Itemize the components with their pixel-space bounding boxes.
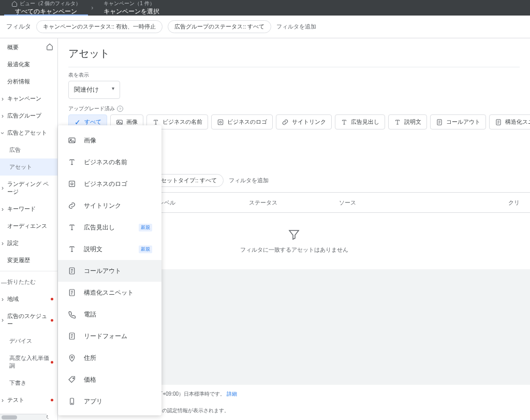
tag-icon [67, 375, 77, 384]
table-column-header[interactable]: ソース [339, 199, 429, 207]
doc-icon [67, 331, 77, 341]
link-icon [67, 201, 77, 210]
sidebar-item[interactable]: 変更履歴 [0, 252, 57, 269]
sidebar-item[interactable]: キャンペーン [0, 90, 57, 107]
breadcrumb-view-sub: ビュー（2 個のフィルタ） [20, 0, 81, 7]
doc-icon [67, 288, 77, 297]
sidebar-item[interactable]: 分析情報 [0, 73, 57, 90]
table-column-header[interactable]: クリ [430, 199, 520, 207]
funnel-icon [288, 228, 300, 241]
doc-icon [436, 119, 443, 126]
text-icon [67, 157, 77, 167]
filter-chip-campaign-status[interactable]: キャンペーンのステータス:: 有効、一時停止 [36, 20, 163, 33]
asset-type-button[interactable]: ビジネスのロゴ [211, 114, 273, 129]
sidebar-item[interactable]: —折りたたむ [0, 273, 57, 291]
sidebar-item[interactable]: キーワード [0, 200, 57, 218]
check-icon: ✓ [74, 119, 81, 126]
horizontal-scrollbar[interactable] [0, 414, 47, 420]
sidebar-item[interactable]: 広告グループ [0, 107, 57, 124]
sidebar-item[interactable]: オーディエンス [0, 218, 57, 235]
svg-point-3 [219, 121, 222, 123]
new-badge: 新規 [139, 224, 152, 231]
dropdown-item[interactable]: リードフォーム [58, 325, 161, 347]
svg-point-16 [71, 403, 72, 403]
chevron-right-icon: › [91, 0, 93, 16]
table-column-header[interactable]: レベル [158, 199, 248, 207]
svg-rect-2 [218, 120, 223, 124]
alert-dot [51, 399, 53, 401]
sidebar-item[interactable]: テスト [0, 392, 57, 409]
sidebar-item[interactable]: 地域 [0, 291, 57, 308]
upgraded-label: アップグレード済み? [58, 105, 530, 112]
top-breadcrumb-bar: ビュー（2 個のフィルタ） すべてのキャンペーン▼ › キャンペーン（1 件） … [0, 0, 530, 16]
dropdown-item[interactable]: 構造化スニペット [58, 282, 161, 303]
new-badge: 新規 [139, 245, 152, 253]
add-filter-button[interactable]: フィルタを追加 [276, 23, 316, 31]
svg-point-9 [71, 183, 73, 185]
text-icon [67, 223, 77, 232]
doc-icon [495, 119, 502, 126]
dropdown-item[interactable]: サイトリンク [58, 195, 161, 216]
info-icon[interactable]: ? [117, 106, 123, 112]
asset-type-button[interactable]: 広告見出し [335, 114, 385, 129]
sidebar-item[interactable]: アセット [0, 158, 57, 176]
dropdown-item[interactable]: ビジネスのロゴ [58, 173, 161, 195]
table-select-label: 表を表示 [58, 71, 530, 79]
sidebar-item[interactable]: 広告のスケジュー [0, 308, 57, 332]
pin-icon [67, 353, 77, 363]
dropdown-item[interactable]: 広告見出し新規 [58, 216, 161, 238]
svg-point-13 [71, 356, 72, 358]
svg-rect-8 [69, 181, 75, 187]
dropdown-item[interactable]: コールアウト [58, 260, 161, 282]
alert-dot [51, 298, 53, 300]
alert-dot [51, 319, 53, 322]
logo-icon [217, 119, 224, 126]
sidebar-item[interactable]: デバイス [0, 332, 57, 350]
image-icon [67, 136, 77, 145]
sidebar-item[interactable]: 最適化案 [0, 56, 57, 73]
breadcrumb-view[interactable]: ビュー（2 個のフィルタ） すべてのキャンペーン▼ [4, 0, 88, 16]
add-inner-filter-button[interactable]: フィルタを追加 [229, 177, 269, 184]
phone-icon [67, 310, 77, 319]
dropdown-item[interactable]: 説明文新規 [58, 238, 161, 260]
page-title: アセット [58, 38, 530, 67]
dropdown-item[interactable]: 住所 [58, 347, 161, 369]
sidebar-item[interactable]: 広告とアセット [0, 124, 57, 141]
sidebar-item[interactable]: 下書き [0, 374, 57, 392]
sidebar-item[interactable]: 高度な入札単価調 [0, 350, 57, 374]
home-icon [46, 43, 53, 51]
svg-point-14 [73, 378, 74, 379]
table-view-select[interactable]: 関連付け [68, 81, 120, 99]
asset-type-button[interactable]: 構造化スニペット [489, 114, 530, 129]
breadcrumb-campaign[interactable]: キャンペーン（1 件） キャンペーンを選択▼ [96, 0, 167, 16]
dropdown-item[interactable]: 画像 [58, 129, 161, 151]
image-icon [116, 119, 123, 126]
footer-detail-link[interactable]: 詳細 [227, 391, 237, 397]
asset-type-button[interactable]: 説明文 [388, 114, 427, 129]
dropdown-item[interactable]: 価格 [58, 369, 161, 390]
dropdown-item[interactable]: プロモーション [58, 412, 161, 415]
text-icon [394, 119, 401, 126]
text-icon [67, 244, 77, 254]
sidebar: 概要最適化案分析情報キャンペーン広告グループ広告とアセット広告アセットランディン… [0, 38, 58, 420]
alert-dot [51, 361, 53, 364]
sidebar-item[interactable]: 概要 [0, 38, 57, 56]
asset-type-button[interactable]: コールアウト [430, 114, 486, 129]
legacy-asset-dropdown[interactable]: 画像ビジネスの名前ビジネスのロゴサイトリンク広告見出し新規説明文新規コールアウト… [58, 125, 161, 415]
filter-bar: フィルタ キャンペーンのステータス:: 有効、一時停止 広告グループのステータス… [0, 16, 530, 38]
breadcrumb-campaign-sub: キャンペーン（1 件） [104, 0, 159, 7]
sidebar-item[interactable]: ランディング ページ [0, 176, 57, 200]
asset-type-button[interactable]: サイトリンク [276, 114, 332, 129]
sidebar-item[interactable]: 設定 [0, 235, 57, 252]
dropdown-item[interactable]: アプリ [58, 390, 161, 412]
text-icon [152, 119, 159, 126]
dropdown-item[interactable]: ビジネスの名前 [58, 151, 161, 173]
doc-icon [67, 266, 77, 276]
dropdown-item[interactable]: 電話 [58, 303, 161, 325]
filter-label: フィルタ [6, 22, 31, 31]
sidebar-item[interactable]: 広告 [0, 141, 57, 158]
filter-chip-adgroup-status[interactable]: 広告グループのステータス:: すべて [168, 20, 271, 33]
table-column-header[interactable]: ステータス [249, 199, 339, 207]
app-icon [67, 397, 77, 406]
link-icon [282, 119, 289, 126]
